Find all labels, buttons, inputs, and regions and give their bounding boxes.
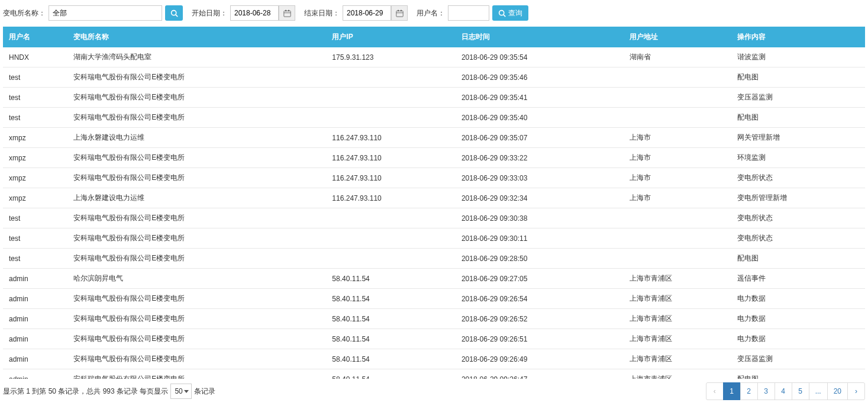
page-ellipsis: ...: [809, 382, 828, 400]
cell-op: 变电所管理新增: [731, 188, 865, 208]
cell-ip: [326, 249, 456, 269]
table-row[interactable]: admin安科瑞电气股份有限公司E楼变电所58.40.11.542018-06-…: [3, 349, 865, 369]
cell-user: admin: [3, 269, 67, 289]
cell-op: 变电所状态: [731, 168, 865, 188]
cell-time: 2018-06-29 09:35:46: [456, 67, 624, 88]
table-row[interactable]: xmpz上海永磐建设电力运维116.247.93.1102018-06-29 0…: [3, 128, 865, 148]
table-row[interactable]: admin安科瑞电气股份有限公司E楼变电所58.40.11.542018-06-…: [3, 289, 865, 309]
end-date-input[interactable]: [343, 5, 391, 21]
query-button[interactable]: 查询: [492, 5, 528, 21]
cell-station: 上海永磐建设电力运维: [67, 188, 326, 208]
table-row[interactable]: xmpz安科瑞电气股份有限公司E楼变电所116.247.93.1102018-0…: [3, 148, 865, 168]
header-addr[interactable]: 用户地址: [624, 27, 731, 47]
table-row[interactable]: admin哈尔滨朗昇电气58.40.11.542018-06-29 09:27:…: [3, 269, 865, 289]
cell-op: 电力数据: [731, 289, 865, 309]
username-input[interactable]: [448, 5, 489, 21]
page-20[interactable]: 20: [827, 382, 848, 400]
cell-station: 安科瑞电气股份有限公司E楼变电所: [67, 208, 326, 228]
page-2[interactable]: 2: [740, 382, 758, 400]
search-icon: [170, 9, 178, 17]
cell-ip: 58.40.11.54: [326, 349, 456, 369]
cell-station: 安科瑞电气股份有限公司E楼变电所: [67, 88, 326, 108]
cell-station: 安科瑞电气股份有限公司E楼变电所: [67, 369, 326, 379]
table-row[interactable]: test安科瑞电气股份有限公司E楼变电所2018-06-29 09:35:40配…: [3, 108, 865, 128]
cell-ip: 58.40.11.54: [326, 329, 456, 349]
cell-user: test: [3, 108, 67, 128]
page-5[interactable]: 5: [792, 382, 809, 400]
table-row[interactable]: test安科瑞电气股份有限公司E楼变电所2018-06-29 09:35:41变…: [3, 88, 865, 108]
svg-line-1: [175, 14, 177, 16]
cell-op: 网关管理新增: [731, 128, 865, 148]
station-search-button[interactable]: [165, 5, 183, 21]
cell-op: 遥信事件: [731, 269, 865, 289]
header-time[interactable]: 日志时间: [456, 27, 624, 47]
cell-addr: [624, 249, 731, 269]
cell-ip: 116.247.93.110: [326, 128, 456, 148]
page-size-select[interactable]: 50: [170, 384, 191, 399]
footer-info-suffix: 条记录: [194, 387, 215, 397]
header-ip[interactable]: 用户IP: [326, 27, 456, 47]
page-next[interactable]: ›: [847, 382, 865, 400]
cell-time: 2018-06-29 09:35:40: [456, 108, 624, 128]
cell-ip: 116.247.93.110: [326, 148, 456, 168]
cell-addr: 上海市青浦区: [624, 329, 731, 349]
cell-station: 安科瑞电气股份有限公司E楼变电所: [67, 329, 326, 349]
header-op[interactable]: 操作内容: [731, 27, 865, 47]
table-row[interactable]: test安科瑞电气股份有限公司E楼变电所2018-06-29 09:28:50配…: [3, 249, 865, 269]
cell-op: 环境监测: [731, 148, 865, 168]
table-row[interactable]: admin安科瑞电气股份有限公司E楼变电所58.40.11.542018-06-…: [3, 309, 865, 329]
table-row[interactable]: test安科瑞电气股份有限公司E楼变电所2018-06-29 09:30:38变…: [3, 208, 865, 228]
cell-station: 湖南大学渔湾码头配电室: [67, 47, 326, 67]
cell-ip: 58.40.11.54: [326, 269, 456, 289]
cell-station: 安科瑞电气股份有限公司E楼变电所: [67, 289, 326, 309]
station-input[interactable]: [49, 5, 162, 21]
cell-addr: 上海市: [624, 148, 731, 168]
table-row[interactable]: xmpz安科瑞电气股份有限公司E楼变电所116.247.93.1102018-0…: [3, 168, 865, 188]
end-date-calendar-button[interactable]: [391, 5, 408, 21]
end-date-label: 结束日期：: [304, 8, 340, 18]
table-row[interactable]: admin安科瑞电气股份有限公司E楼变电所58.40.11.542018-06-…: [3, 369, 865, 379]
cell-addr: [624, 67, 731, 88]
svg-point-0: [171, 10, 176, 15]
cell-op: 变电所状态: [731, 208, 865, 228]
cell-ip: 58.40.11.54: [326, 289, 456, 309]
cell-op: 配电图: [731, 249, 865, 269]
cell-time: 2018-06-29 09:35:07: [456, 128, 624, 148]
cell-ip: 58.40.11.54: [326, 369, 456, 379]
cell-station: 安科瑞电气股份有限公司E楼变电所: [67, 228, 326, 249]
cell-ip: [326, 88, 456, 108]
table-scroll-area[interactable]: 用户名 变电所名称 用户IP 日志时间 用户地址 操作内容 HNDX湖南大学渔湾…: [3, 27, 865, 379]
cell-station: 安科瑞电气股份有限公司E楼变电所: [67, 249, 326, 269]
page-prev[interactable]: ‹: [706, 382, 724, 400]
page-4[interactable]: 4: [775, 382, 792, 400]
cell-user: admin: [3, 349, 67, 369]
cell-addr: 上海市青浦区: [624, 289, 731, 309]
table-row[interactable]: admin安科瑞电气股份有限公司E楼变电所58.40.11.542018-06-…: [3, 329, 865, 349]
cell-station: 安科瑞电气股份有限公司E楼变电所: [67, 108, 326, 128]
cell-time: 2018-06-29 09:32:34: [456, 188, 624, 208]
start-date-calendar-button[interactable]: [279, 5, 295, 21]
footer-info-prefix: 显示第 1 到第 50 条记录，总共 993 条记录 每页显示: [3, 387, 168, 397]
end-date-group: [343, 5, 408, 21]
cell-addr: 上海市青浦区: [624, 309, 731, 329]
start-date-input[interactable]: [230, 5, 279, 21]
cell-user: xmpz: [3, 188, 67, 208]
cell-addr: 上海市: [624, 188, 731, 208]
cell-addr: 湖南省: [624, 47, 731, 67]
table-row[interactable]: xmpz上海永磐建设电力运维116.247.93.1102018-06-29 0…: [3, 188, 865, 208]
cell-ip: [326, 67, 456, 88]
svg-rect-6: [396, 11, 402, 17]
cell-addr: 上海市: [624, 168, 731, 188]
header-station[interactable]: 变电所名称: [67, 27, 326, 47]
page-1[interactable]: 1: [723, 382, 741, 400]
cell-ip: [326, 208, 456, 228]
start-date-group: [230, 5, 295, 21]
table-row[interactable]: test安科瑞电气股份有限公司E楼变电所2018-06-29 09:30:11变…: [3, 228, 865, 249]
svg-rect-2: [283, 11, 290, 17]
table-row[interactable]: HNDX湖南大学渔湾码头配电室175.9.31.1232018-06-29 09…: [3, 47, 865, 67]
table-row[interactable]: test安科瑞电气股份有限公司E楼变电所2018-06-29 09:35:46配…: [3, 67, 865, 88]
table-header-row: 用户名 变电所名称 用户IP 日志时间 用户地址 操作内容: [3, 27, 865, 47]
header-user[interactable]: 用户名: [3, 27, 67, 47]
page-3[interactable]: 3: [757, 382, 775, 400]
cell-time: 2018-06-29 09:33:03: [456, 168, 624, 188]
